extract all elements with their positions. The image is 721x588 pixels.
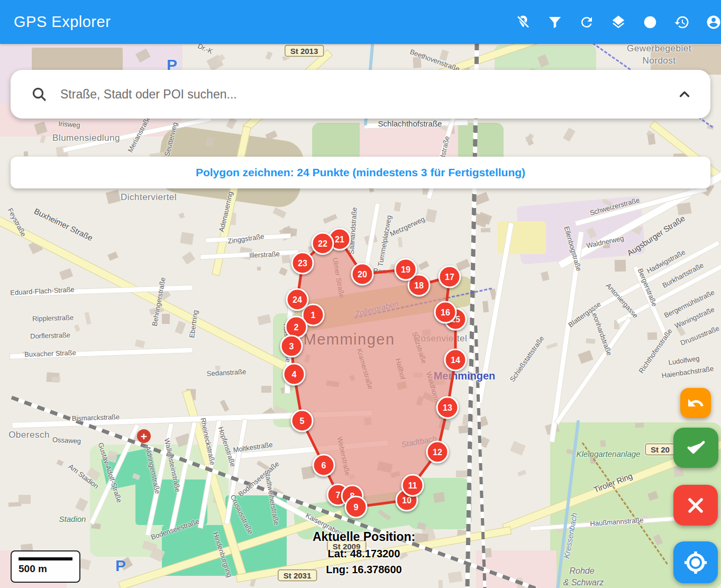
building <box>257 267 261 271</box>
building <box>59 268 73 280</box>
polygon-point-marker-23[interactable]: 23 <box>291 252 314 275</box>
map-label: Saarlandstraße <box>347 207 358 255</box>
app-header: GPS Explorer <box>0 0 721 44</box>
layers-icon[interactable] <box>603 6 634 38</box>
building <box>304 354 311 363</box>
crosshair-icon <box>684 551 707 574</box>
search-bar <box>11 70 710 119</box>
map-label: Ludolfweg <box>668 354 700 366</box>
building <box>394 202 401 211</box>
building <box>24 151 29 156</box>
refresh-icon[interactable] <box>571 6 603 38</box>
building <box>422 329 431 336</box>
polygon-point-marker-9[interactable]: 9 <box>345 496 368 519</box>
polygon-point-marker-3[interactable]: 3 <box>280 335 303 358</box>
map-label: Dorflerstraße <box>30 331 70 340</box>
polygon-point-marker-20[interactable]: 20 <box>351 263 374 286</box>
filter-icon[interactable] <box>539 6 571 38</box>
record-circle-icon[interactable] <box>634 6 666 38</box>
building <box>85 312 92 325</box>
building <box>677 202 692 215</box>
map-label: Drususstraße <box>679 324 720 347</box>
map-label: Schießstattstraße <box>508 334 546 383</box>
building <box>226 117 236 130</box>
building <box>215 366 220 370</box>
location-disabled-icon[interactable] <box>507 6 539 38</box>
history-icon[interactable] <box>666 6 698 38</box>
building <box>74 324 80 332</box>
map-label: Ulmer Straße <box>331 257 346 299</box>
map-label: Tummelplatzweg <box>376 215 393 267</box>
polygon-point-marker-11[interactable]: 11 <box>401 474 424 497</box>
building <box>279 267 288 276</box>
building <box>179 212 185 218</box>
building <box>266 51 272 60</box>
building <box>600 440 606 446</box>
building <box>257 460 270 471</box>
building <box>413 373 423 378</box>
building <box>323 214 337 223</box>
building <box>106 189 121 204</box>
account-icon[interactable] <box>698 6 721 38</box>
chevron-up-icon[interactable] <box>666 76 703 113</box>
route-ref-badge: St 2009 <box>327 540 367 553</box>
route-ref-badge: St 20 <box>645 444 676 456</box>
building <box>390 471 400 478</box>
building <box>635 422 644 428</box>
polygon-point-marker-16[interactable]: 16 <box>434 301 457 324</box>
polygon-point-marker-4[interactable]: 4 <box>283 363 306 386</box>
building <box>220 400 230 412</box>
polygon-point-marker-24[interactable]: 24 <box>286 288 309 311</box>
search-input[interactable] <box>59 87 666 102</box>
polygon-point-marker-12[interactable]: 12 <box>426 441 449 464</box>
route-ref-badge: St 2013 <box>285 45 324 57</box>
building <box>19 495 31 504</box>
building <box>349 474 355 480</box>
map-label: Haienbachstraße <box>661 365 714 380</box>
polygon-point-marker-22[interactable]: 22 <box>312 232 334 255</box>
map-label: Oberesch <box>8 430 50 440</box>
building <box>180 232 194 245</box>
building <box>578 350 593 364</box>
undo-icon <box>687 395 704 412</box>
polygon-point-marker-19[interactable]: 19 <box>395 258 417 281</box>
building <box>261 386 271 393</box>
building <box>647 134 656 145</box>
map-label: Memmingen <box>303 331 395 348</box>
building <box>433 492 445 503</box>
building <box>175 321 186 334</box>
polygon-point-marker-14[interactable]: 14 <box>444 349 467 372</box>
building <box>448 571 462 583</box>
building <box>135 339 145 348</box>
building <box>676 325 686 337</box>
building <box>349 375 355 382</box>
hospital-poi-icon: + <box>137 429 151 443</box>
polygon-point-marker-13[interactable]: 13 <box>436 396 459 419</box>
polygon-status-banner: Polygon zeichnen: 24 Punkte (mindestens … <box>11 157 710 188</box>
map-label: Metzgerweg <box>389 215 426 238</box>
building <box>615 260 626 272</box>
building <box>510 441 526 456</box>
polygon-point-marker-5[interactable]: 5 <box>291 410 314 432</box>
building <box>546 342 558 349</box>
building <box>107 251 118 261</box>
map-label: Sedanstraße <box>206 368 246 378</box>
map-label: Stadion <box>59 514 86 523</box>
parking-poi-icon: P <box>115 557 126 575</box>
building <box>431 378 445 384</box>
polygon-point-marker-6[interactable]: 6 <box>313 454 335 477</box>
cancel-polygon-button[interactable] <box>673 485 718 526</box>
building <box>273 207 287 219</box>
locate-me-button[interactable] <box>673 541 718 583</box>
building <box>517 469 526 476</box>
header-actions <box>507 0 721 44</box>
map-road <box>476 222 514 404</box>
scale-bar-line <box>19 557 72 560</box>
polygon-point-marker-17[interactable]: 17 <box>439 266 461 288</box>
close-icon <box>686 495 706 515</box>
building <box>481 228 490 232</box>
undo-button[interactable] <box>680 388 711 418</box>
building <box>456 471 468 477</box>
confirm-polygon-button[interactable] <box>673 428 718 468</box>
map-road <box>226 440 389 460</box>
